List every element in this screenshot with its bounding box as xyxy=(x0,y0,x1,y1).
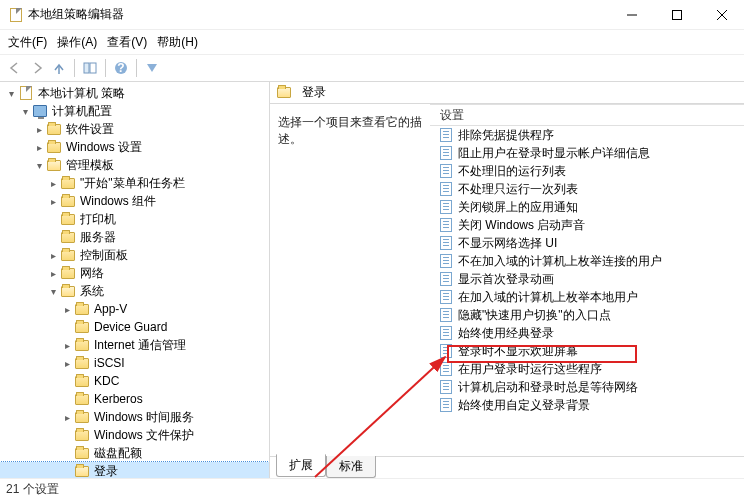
policy-list[interactable]: 设置 排除凭据提供程序阻止用户在登录时显示帐户详细信息不处理旧的运行列表不处理只… xyxy=(430,104,744,456)
policy-item[interactable]: 关闭锁屏上的应用通知 xyxy=(430,198,744,216)
policy-item[interactable]: 不显示网络选择 UI xyxy=(430,234,744,252)
tab-extended[interactable]: 扩展 xyxy=(276,454,326,477)
chevron-down-icon[interactable]: ▾ xyxy=(4,88,18,99)
policy-item[interactable]: 隐藏"快速用户切换"的入口点 xyxy=(430,306,744,324)
policy-item[interactable]: 显示首次登录动画 xyxy=(430,270,744,288)
up-icon[interactable] xyxy=(50,58,68,78)
chevron-right-icon[interactable]: ▸ xyxy=(46,268,60,279)
policy-icon xyxy=(440,326,452,340)
policy-icon xyxy=(440,308,452,322)
policy-label: 在用户登录时运行这些程序 xyxy=(458,361,602,378)
panel-header: 登录 xyxy=(302,84,326,101)
svg-rect-5 xyxy=(84,63,89,73)
chevron-down-icon[interactable]: ▾ xyxy=(32,160,46,171)
policy-label: 关闭 Windows 启动声音 xyxy=(458,217,585,234)
policy-item[interactable]: 在加入域的计算机上枚举本地用户 xyxy=(430,288,744,306)
tree-appv[interactable]: ▸App-V xyxy=(0,300,269,318)
close-button[interactable] xyxy=(699,0,744,30)
policy-label: 登录时不显示欢迎屏幕 xyxy=(458,343,578,360)
policy-icon xyxy=(440,128,452,142)
policy-icon xyxy=(440,218,452,232)
menu-help[interactable]: 帮助(H) xyxy=(153,32,202,53)
policy-icon xyxy=(440,290,452,304)
menu-file[interactable]: 文件(F) xyxy=(4,32,51,53)
svg-rect-6 xyxy=(90,63,96,73)
tree-software-settings[interactable]: ▸软件设置 xyxy=(0,120,269,138)
tree-windows-settings[interactable]: ▸Windows 设置 xyxy=(0,138,269,156)
tree-kdc[interactable]: KDC xyxy=(0,372,269,390)
tree-kerberos[interactable]: Kerberos xyxy=(0,390,269,408)
policy-icon xyxy=(440,236,452,250)
tree-system[interactable]: ▾系统 xyxy=(0,282,269,300)
policy-icon xyxy=(440,272,452,286)
chevron-right-icon[interactable]: ▸ xyxy=(60,358,74,369)
tab-standard[interactable]: 标准 xyxy=(326,456,376,478)
policy-item[interactable]: 关闭 Windows 启动声音 xyxy=(430,216,744,234)
filter-icon[interactable] xyxy=(143,58,161,78)
tree-root[interactable]: ▾ 本地计算机 策略 xyxy=(0,84,269,102)
chevron-right-icon[interactable]: ▸ xyxy=(60,304,74,315)
window-title: 本地组策略编辑器 xyxy=(28,6,609,23)
policy-icon xyxy=(440,380,452,394)
help-icon[interactable]: ? xyxy=(112,58,130,78)
nav-tree[interactable]: ▾ 本地计算机 策略 ▾ 计算机配置 ▸软件设置 ▸Windows 设置 xyxy=(0,82,270,478)
chevron-down-icon[interactable]: ▾ xyxy=(46,286,60,297)
tree-printers[interactable]: 打印机 xyxy=(0,210,269,228)
chevron-right-icon[interactable]: ▸ xyxy=(32,142,46,153)
menu-view[interactable]: 查看(V) xyxy=(103,32,151,53)
policy-item[interactable]: 阻止用户在登录时显示帐户详细信息 xyxy=(430,144,744,162)
policy-item[interactable]: 不处理旧的运行列表 xyxy=(430,162,744,180)
tree-control-panel[interactable]: ▸控制面板 xyxy=(0,246,269,264)
maximize-button[interactable] xyxy=(654,0,699,30)
status-bar: 21 个设置 xyxy=(0,478,744,500)
policy-item[interactable]: 不处理只运行一次列表 xyxy=(430,180,744,198)
column-header-setting[interactable]: 设置 xyxy=(430,104,744,126)
chevron-right-icon[interactable]: ▸ xyxy=(60,412,74,423)
policy-label: 不在加入域的计算机上枚举连接的用户 xyxy=(458,253,662,270)
tree-start-taskbar[interactable]: ▸"开始"菜单和任务栏 xyxy=(0,174,269,192)
policy-label: 隐藏"快速用户切换"的入口点 xyxy=(458,307,611,324)
tree-network[interactable]: ▸网络 xyxy=(0,264,269,282)
tree-device-guard[interactable]: Device Guard xyxy=(0,318,269,336)
policy-label: 不处理旧的运行列表 xyxy=(458,163,566,180)
policy-item[interactable]: 始终使用自定义登录背景 xyxy=(430,396,744,414)
folder-icon xyxy=(276,85,292,101)
tree-windows-components[interactable]: ▸Windows 组件 xyxy=(0,192,269,210)
policy-label: 不处理只运行一次列表 xyxy=(458,181,578,198)
chevron-right-icon[interactable]: ▸ xyxy=(46,178,60,189)
svg-text:?: ? xyxy=(117,61,124,75)
menu-action[interactable]: 操作(A) xyxy=(53,32,101,53)
policy-icon xyxy=(440,146,452,160)
svg-rect-1 xyxy=(672,10,681,19)
policy-label: 排除凭据提供程序 xyxy=(458,127,554,144)
show-hide-icon[interactable] xyxy=(81,58,99,78)
tree-admin-templates[interactable]: ▾管理模板 xyxy=(0,156,269,174)
policy-item[interactable]: 不在加入域的计算机上枚举连接的用户 xyxy=(430,252,744,270)
forward-icon[interactable] xyxy=(28,58,46,78)
policy-icon xyxy=(440,398,452,412)
chevron-down-icon[interactable]: ▾ xyxy=(18,106,32,117)
chevron-right-icon[interactable]: ▸ xyxy=(60,340,74,351)
policy-item[interactable]: 排除凭据提供程序 xyxy=(430,126,744,144)
tree-computer-config[interactable]: ▾ 计算机配置 xyxy=(0,102,269,120)
tree-win-time[interactable]: ▸Windows 时间服务 xyxy=(0,408,269,426)
tree-server[interactable]: 服务器 xyxy=(0,228,269,246)
chevron-right-icon[interactable]: ▸ xyxy=(46,196,60,207)
tree-disk-quota[interactable]: 磁盘配额 xyxy=(0,444,269,462)
back-icon[interactable] xyxy=(6,58,24,78)
tree-logon[interactable]: 登录 xyxy=(0,462,269,478)
minimize-button[interactable] xyxy=(609,0,654,30)
chevron-right-icon[interactable]: ▸ xyxy=(46,250,60,261)
tree-win-file-protect[interactable]: Windows 文件保护 xyxy=(0,426,269,444)
tree-iscsi[interactable]: ▸iSCSI xyxy=(0,354,269,372)
policy-label: 计算机启动和登录时总是等待网络 xyxy=(458,379,638,396)
tree-internet-comm[interactable]: ▸Internet 通信管理 xyxy=(0,336,269,354)
policy-label: 在加入域的计算机上枚举本地用户 xyxy=(458,289,638,306)
policy-item[interactable]: 登录时不显示欢迎屏幕 xyxy=(430,342,744,360)
policy-item[interactable]: 始终使用经典登录 xyxy=(430,324,744,342)
policy-item[interactable]: 在用户登录时运行这些程序 xyxy=(430,360,744,378)
policy-item[interactable]: 计算机启动和登录时总是等待网络 xyxy=(430,378,744,396)
policy-label: 显示首次登录动画 xyxy=(458,271,554,288)
chevron-right-icon[interactable]: ▸ xyxy=(32,124,46,135)
policy-label: 始终使用经典登录 xyxy=(458,325,554,342)
